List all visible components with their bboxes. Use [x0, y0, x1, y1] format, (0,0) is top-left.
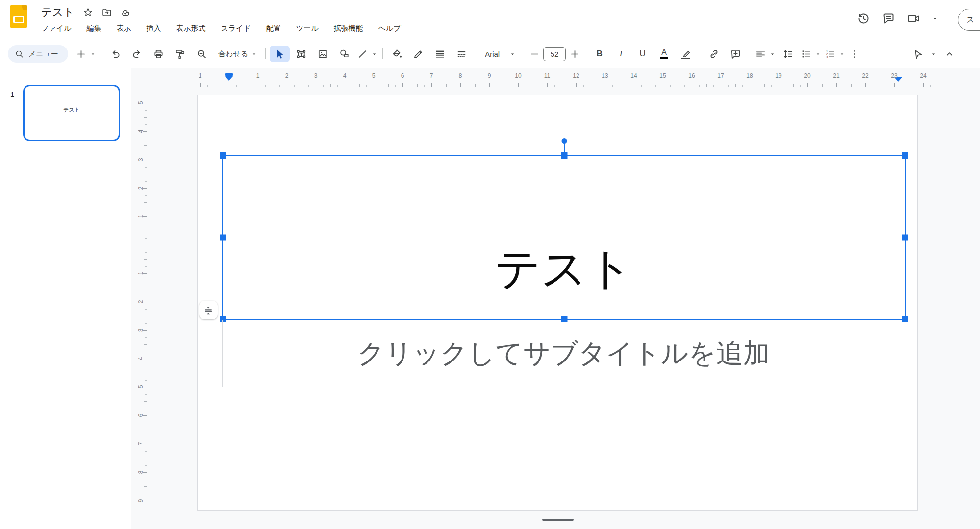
rotation-handle[interactable]	[561, 138, 567, 144]
h-ruler-label: 13	[602, 72, 608, 79]
pointer-mode-button[interactable]	[908, 46, 928, 62]
numbered-list-dropdown[interactable]	[838, 46, 846, 62]
select-tool-button[interactable]	[270, 46, 290, 62]
slideshow-button-partial[interactable]: ス	[958, 9, 980, 31]
text-box-button[interactable]	[291, 46, 311, 62]
caret-down-icon	[371, 51, 377, 57]
print-button[interactable]	[149, 46, 169, 62]
text-fit-button[interactable]	[199, 301, 218, 319]
present-camera-icon[interactable]	[907, 12, 920, 25]
h-ruler-label: 17	[717, 72, 724, 79]
menu-item-view[interactable]: 表示	[115, 23, 132, 34]
insert-line-button[interactable]	[356, 46, 369, 62]
resize-handle-w[interactable]	[220, 234, 226, 240]
speaker-notes-handle[interactable]	[542, 519, 574, 521]
h-ruler-label: 15	[659, 72, 666, 79]
highlight-color-button[interactable]	[676, 46, 696, 62]
resize-handle-n[interactable]	[561, 152, 567, 159]
print-icon	[153, 48, 164, 60]
line-weight-icon	[434, 48, 446, 60]
slide-canvas[interactable]: テスト クリックしてサブタイトルを追加	[197, 95, 918, 511]
menu-item-extensions[interactable]: 拡張機能	[333, 23, 364, 34]
font-family-select[interactable]: Arial	[480, 46, 520, 62]
kebab-menu-icon	[849, 48, 860, 60]
text-box-icon	[296, 48, 307, 60]
menu-item-slide[interactable]: スライド	[220, 23, 251, 34]
star-icon[interactable]	[83, 7, 93, 18]
comments-icon[interactable]	[882, 12, 895, 25]
underline-button[interactable]: U	[632, 46, 653, 62]
line-icon	[357, 48, 368, 60]
zoom-fit-select[interactable]: 合わせる	[213, 46, 261, 62]
paint-format-button[interactable]	[170, 46, 190, 62]
indent-marker-left[interactable]	[225, 73, 233, 81]
menu-item-tools[interactable]: ツール	[295, 23, 320, 34]
menu-item-insert[interactable]: 挿入	[145, 23, 162, 34]
slide-thumbnail[interactable]: テスト	[23, 85, 120, 141]
fill-color-button[interactable]	[387, 46, 407, 62]
menu-item-help[interactable]: ヘルプ	[377, 23, 402, 34]
border-weight-button[interactable]	[430, 46, 450, 62]
resize-handle-e[interactable]	[902, 234, 908, 240]
menu-item-file[interactable]: ファイル	[40, 23, 72, 34]
h-ruler-label: 21	[833, 72, 839, 79]
insert-link-button[interactable]	[704, 46, 724, 62]
font-size-decrease-button[interactable]	[528, 46, 541, 62]
document-title[interactable]: テスト	[41, 5, 75, 20]
minus-icon	[529, 48, 540, 60]
app-header: テスト ファイル 編集 表示 挿入 表示形式 スライド 配置 ツール 拡張機能 …	[0, 0, 980, 40]
caret-down-icon	[90, 51, 96, 57]
slide-title-text[interactable]: テスト	[223, 244, 905, 293]
svg-text:3: 3	[826, 55, 828, 59]
italic-button[interactable]: I	[611, 46, 631, 62]
redo-button[interactable]	[127, 46, 147, 62]
h-ruler-label: 22	[862, 72, 868, 79]
border-color-button[interactable]	[408, 46, 428, 62]
select-cursor-icon	[274, 48, 285, 60]
new-slide-dropdown[interactable]	[89, 46, 97, 62]
version-history-icon[interactable]	[857, 12, 870, 25]
menu-item-edit[interactable]: 編集	[85, 23, 102, 34]
h-ruler-label: 11	[544, 72, 550, 79]
text-color-button[interactable]: A	[654, 46, 674, 62]
undo-button[interactable]	[105, 46, 126, 62]
zoom-button[interactable]	[192, 46, 212, 62]
h-ruler-label: 20	[804, 72, 810, 79]
toolbar-collapse-button[interactable]	[939, 46, 959, 62]
bullet-list-dropdown[interactable]	[814, 46, 822, 62]
h-ruler-label: 18	[746, 72, 753, 79]
vertical-ruler[interactable]: 54321123456789	[136, 95, 147, 511]
font-size-input[interactable]: 52	[543, 47, 566, 61]
resize-handle-nw[interactable]	[220, 152, 226, 159]
numbered-list-button[interactable]: 123	[824, 46, 836, 62]
search-menus-button[interactable]: メニュー	[8, 45, 68, 63]
menu-item-arrange[interactable]: 配置	[265, 23, 282, 34]
slides-logo[interactable]	[10, 5, 27, 28]
insert-shape-button[interactable]	[334, 46, 354, 62]
title-textbox-selection[interactable]: テスト	[222, 155, 906, 320]
h-ruler-label: 16	[688, 72, 695, 79]
menu-item-format[interactable]: 表示形式	[175, 23, 206, 34]
bullet-list-icon	[801, 48, 812, 60]
move-folder-icon[interactable]	[101, 7, 112, 18]
present-dropdown-caret-icon[interactable]	[932, 15, 938, 22]
toolbar-separator	[101, 48, 101, 59]
line-spacing-button[interactable]	[778, 46, 798, 62]
insert-line-dropdown[interactable]	[370, 46, 378, 62]
bold-button[interactable]: B	[589, 46, 609, 62]
insert-image-button[interactable]	[313, 46, 333, 62]
horizontal-ruler[interactable]: 1123456789101112131415161718192021222324	[186, 72, 936, 88]
align-dropdown[interactable]	[768, 46, 777, 62]
insert-comment-button[interactable]	[726, 46, 746, 62]
more-options-button[interactable]	[848, 46, 860, 62]
border-dash-button[interactable]	[452, 46, 472, 62]
resize-handle-ne[interactable]	[902, 152, 908, 159]
line-spacing-icon	[782, 48, 794, 60]
new-slide-button[interactable]	[75, 46, 87, 62]
add-comment-icon	[730, 48, 741, 60]
subtitle-placeholder[interactable]: クリックしてサブタイトルを追加	[222, 320, 905, 387]
pointer-mode-dropdown[interactable]	[930, 46, 938, 62]
align-button[interactable]	[754, 46, 767, 62]
font-size-increase-button[interactable]	[568, 46, 581, 62]
bullet-list-button[interactable]	[800, 46, 812, 62]
